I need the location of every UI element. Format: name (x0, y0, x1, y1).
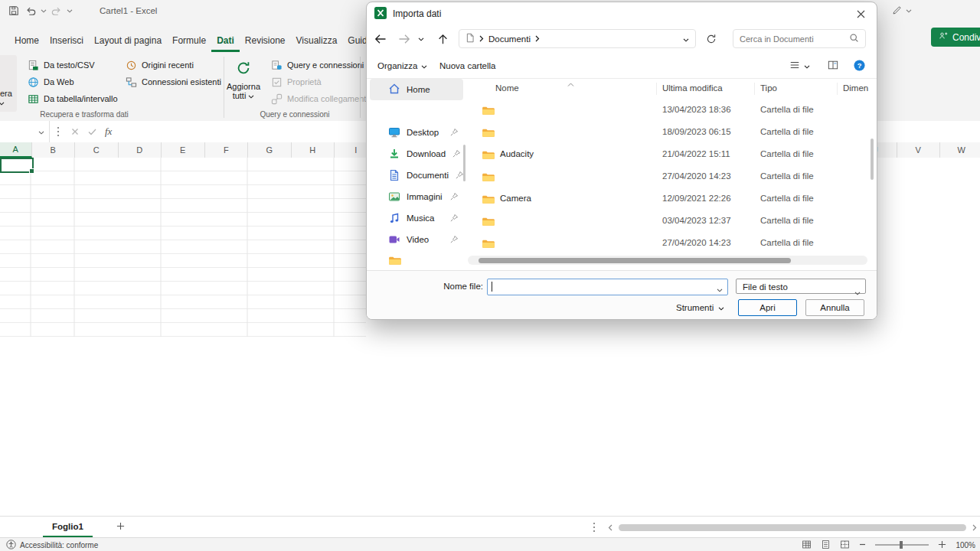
views-button[interactable] (789, 58, 810, 73)
confirm-entry-icon[interactable] (83, 129, 100, 135)
file-list-hscrollbar[interactable] (468, 256, 867, 265)
save-icon[interactable] (6, 3, 21, 18)
file-row[interactable]: 18/09/2023 06:15Cartella di file (468, 121, 867, 143)
file-name[interactable]: Audacity (500, 143, 534, 165)
ribbon-button-query-e-connessioni[interactable]: Query e connessioni (268, 57, 371, 73)
ribbon-tab-dati[interactable]: Dati (211, 31, 240, 52)
horizontal-scrollbar[interactable] (605, 523, 980, 532)
search-input[interactable]: Cerca in Documenti (733, 29, 866, 48)
column-header-v[interactable]: V (897, 142, 941, 158)
column-header-e[interactable]: E (162, 142, 205, 158)
fill-handle[interactable] (29, 168, 34, 174)
column-header-name[interactable]: Nome (495, 83, 519, 93)
selected-cell-a1[interactable] (0, 158, 34, 173)
redo-dropdown-icon[interactable] (66, 3, 74, 18)
view-page-break-icon[interactable] (840, 540, 850, 551)
tab-scroll-dots-icon[interactable] (593, 522, 596, 534)
filename-input[interactable] (487, 279, 728, 295)
ribbon-button-da-web[interactable]: Da Web (24, 73, 121, 90)
view-normal-icon[interactable] (802, 540, 812, 551)
zoom-slider[interactable] (875, 544, 929, 546)
pen-dropdown-icon[interactable] (905, 3, 913, 18)
add-sheet-icon[interactable] (116, 522, 125, 532)
sidebar-folder-stub-icon[interactable] (388, 255, 402, 267)
column-header-f[interactable]: F (205, 142, 249, 158)
ribbon-button-da-testo-csv[interactable]: Da testo/CSV (24, 57, 121, 73)
ribbon-tab-visualizza[interactable]: Visualizza (291, 31, 343, 52)
file-row[interactable]: 27/04/2020 14:23Cartella di file (468, 232, 867, 254)
zoom-out-icon[interactable] (859, 541, 866, 549)
column-header-g[interactable]: G (248, 142, 292, 158)
name-box[interactable] (0, 121, 50, 142)
sidebar-item-immagini[interactable]: Immagini (367, 186, 466, 207)
sheet-tab-foglio1[interactable]: Foglio1 (43, 517, 93, 538)
ribbon-button-da-tabella-intervallo[interactable]: Da tabella/intervallo (24, 90, 121, 107)
file-row[interactable]: 13/04/2023 18:36Cartella di file (468, 99, 867, 121)
sidebar-item-desktop[interactable]: Desktop (367, 122, 466, 143)
address-dropdown-icon[interactable] (683, 34, 689, 44)
preview-pane-button[interactable] (828, 58, 838, 73)
file-row[interactable]: 03/04/2023 12:37Cartella di file (468, 210, 867, 232)
ribbon-button-modifica-collegamenti[interactable]: Modifica collegamenti (268, 90, 371, 107)
share-button[interactable]: Condividi (931, 28, 980, 47)
sidebar-item-home[interactable]: Home (370, 79, 463, 100)
undo-icon[interactable] (23, 3, 38, 18)
sidebar-item-musica[interactable]: Musica (367, 207, 466, 229)
ribbon-button-origini-recenti[interactable]: Origini recenti (122, 57, 224, 73)
file-row[interactable]: Camera12/09/2021 22:26Cartella di file (468, 187, 867, 210)
organize-button[interactable]: Organizza (377, 58, 427, 73)
sidebar-item-download[interactable]: Download (367, 143, 466, 165)
help-button[interactable]: ? (854, 58, 865, 73)
refresh-all-button[interactable]: Aggiorna tutti (225, 55, 262, 112)
file-name[interactable]: Camera (500, 187, 531, 210)
column-header-h[interactable]: H (292, 142, 335, 158)
view-page-layout-icon[interactable] (821, 540, 831, 551)
zoom-level[interactable]: 100% (956, 541, 975, 549)
column-header-type[interactable]: Tipo (760, 83, 777, 93)
forward-icon[interactable] (395, 30, 413, 48)
close-icon[interactable] (844, 2, 877, 25)
scrollbar-thumb[interactable] (619, 524, 966, 531)
refresh-icon[interactable] (702, 30, 720, 48)
filename-dropdown-icon[interactable] (717, 285, 723, 294)
ribbon-button-connessioni-esistenti[interactable]: Connessioni esistenti (122, 73, 224, 90)
ribbon-tab-layout-di-pagina[interactable]: Layout di pagina (89, 31, 167, 52)
file-row[interactable]: 27/04/2020 14:23Cartella di file (468, 165, 867, 187)
back-icon[interactable] (371, 30, 390, 48)
new-folder-button[interactable]: Nuova cartella (439, 58, 496, 73)
breadcrumb-location[interactable]: Documenti (488, 34, 531, 44)
ribbon-tab-home[interactable]: Home (9, 31, 44, 52)
file-list-vscrollbar[interactable] (871, 139, 874, 180)
cancel-entry-icon[interactable] (67, 128, 83, 135)
open-button[interactable]: Apri (738, 299, 797, 316)
breadcrumb-separator-icon[interactable] (535, 34, 540, 44)
sidebar-scrollbar[interactable] (463, 145, 466, 181)
address-bar[interactable]: Documenti (459, 29, 696, 48)
sidebar-item-video[interactable]: Video (367, 229, 466, 250)
ribbon-tab-inserisci[interactable]: Inserisci (44, 31, 89, 52)
column-header-w[interactable]: W (940, 142, 980, 158)
pen-icon[interactable] (892, 5, 902, 17)
insert-function-icon[interactable]: fx (105, 126, 112, 138)
tools-button[interactable]: Strumenti (676, 300, 724, 315)
get-data-button[interactable]: Recupera dati (0, 55, 17, 112)
column-header-c[interactable]: C (75, 142, 119, 158)
ribbon-tab-formule[interactable]: Formule (167, 31, 211, 52)
zoom-in-icon[interactable] (938, 540, 946, 550)
recent-locations-icon[interactable] (415, 30, 427, 48)
file-row[interactable]: Audacity21/04/2022 15:11Cartella di file (468, 143, 867, 165)
column-header-b[interactable]: B (32, 142, 76, 158)
undo-dropdown-icon[interactable] (40, 3, 47, 18)
column-header-size[interactable]: Dimen (843, 83, 868, 93)
scroll-right-icon[interactable] (969, 524, 980, 531)
column-header-a[interactable]: A (0, 142, 32, 158)
column-header-d[interactable]: D (119, 142, 162, 158)
zoom-slider-thumb[interactable] (900, 541, 903, 549)
scroll-left-icon[interactable] (605, 524, 616, 531)
scrollbar-thumb[interactable] (479, 258, 791, 263)
ribbon-tab-revisione[interactable]: Revisione (240, 31, 291, 52)
ribbon-button-propriet[interactable]: Proprietà (268, 73, 371, 90)
redo-icon[interactable] (49, 3, 64, 18)
filetype-select[interactable]: File di testo (736, 279, 866, 294)
column-header-modified[interactable]: Ultima modifica (662, 83, 723, 93)
